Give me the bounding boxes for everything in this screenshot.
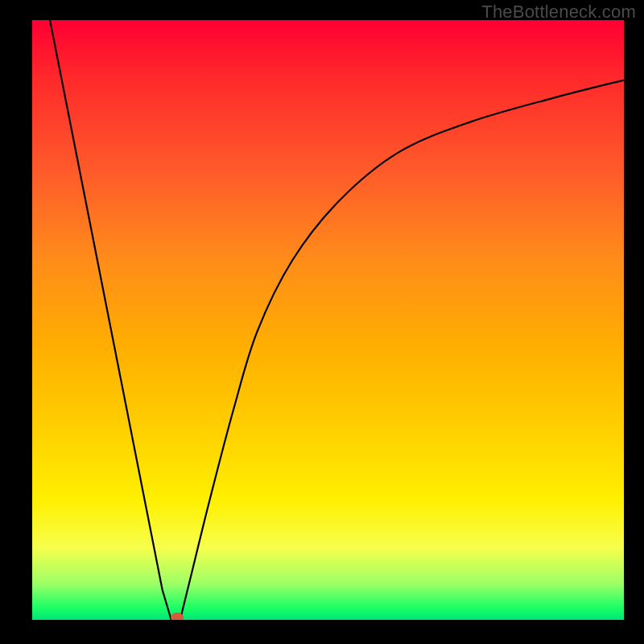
plot-svg <box>32 20 624 620</box>
chart-frame: TheBottleneck.com <box>0 0 644 644</box>
plot-area <box>32 20 624 620</box>
series-left-branch <box>50 20 171 620</box>
series-right-branch <box>180 80 624 621</box>
